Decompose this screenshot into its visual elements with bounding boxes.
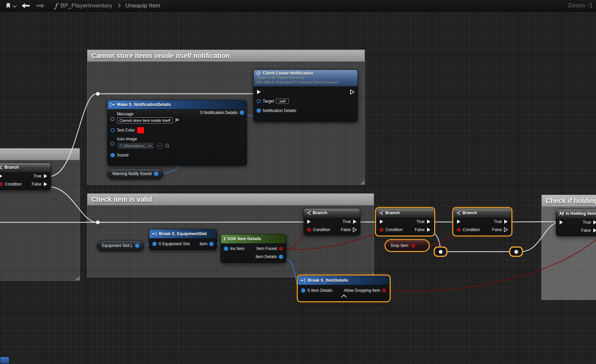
comment-check-valid-title: Check item is valid <box>91 196 152 203</box>
text-color-swatch[interactable] <box>137 127 144 134</box>
exec-in-pin[interactable] <box>0 174 3 178</box>
sgk-item-details-node[interactable]: f SGK Item Details Inv Item Item Found I… <box>221 234 286 263</box>
branch-icon <box>379 211 383 215</box>
notification-details-pin[interactable] <box>257 109 261 113</box>
exec-false-pin[interactable] <box>353 227 357 232</box>
bookmark-icon[interactable] <box>5 1 12 10</box>
output-pin-label: S Notification Details <box>200 110 237 115</box>
item-details-out-pin[interactable] <box>279 255 283 259</box>
inv-item-pin-label: Inv Item <box>230 246 245 251</box>
comment-notification-header[interactable]: Cannot store items inside itself notific… <box>87 50 365 62</box>
true-pin-label: True <box>33 174 41 178</box>
drop-item-getter[interactable]: Drop Item <box>386 240 429 251</box>
icon-image-dropdown[interactable]: T_WarningIcon_ <box>117 142 154 149</box>
exec-false-pin[interactable] <box>44 182 48 187</box>
comment-left-header[interactable] <box>0 148 80 160</box>
reroute-dot <box>514 250 518 254</box>
node-title: Is Holding Item <box>566 211 596 216</box>
branch-node-left[interactable]: Branch True Condition False <box>0 163 51 190</box>
break-item-details-node[interactable]: Break S_ItemDetails S Item Details Allow… <box>298 276 390 301</box>
item-found-pin-label: Item Found <box>256 246 277 251</box>
comment-check-valid-header[interactable]: Check item is valid <box>87 193 374 205</box>
exec-true-pin[interactable] <box>353 219 357 224</box>
message-input[interactable]: Cannot store item inside itself <box>117 117 173 123</box>
make-notification-details-node[interactable]: Make S_NotificationDetails S Notificatio… <box>107 100 247 166</box>
exec-in-pin[interactable] <box>257 89 261 94</box>
false-pin-label: False <box>415 227 425 232</box>
allow-dropping-item-out-pin[interactable] <box>382 288 386 292</box>
message-pin[interactable] <box>110 117 114 121</box>
branch-node-1[interactable]: Branch True Condition False <box>304 208 360 235</box>
s-notification-details-pin[interactable] <box>240 111 244 115</box>
item-out-pin[interactable] <box>209 242 214 246</box>
node-title: Branch <box>385 211 400 215</box>
sound-pin-label: Sound <box>117 153 129 158</box>
node-title: Break S_ItemDetails <box>308 278 348 283</box>
comment-check-holding-header[interactable]: Check if holding item <box>541 195 596 207</box>
exec-false-pin[interactable] <box>504 227 508 232</box>
true-pin-label: True <box>583 220 591 225</box>
item-found-out-pin[interactable] <box>279 247 283 251</box>
condition-pin-label: Condition <box>313 227 330 232</box>
reroute-node[interactable] <box>510 248 522 256</box>
exec-in-pin[interactable] <box>559 220 563 225</box>
equipment-slot-getter[interactable]: Equipment Slot L <box>97 240 144 251</box>
localization-flag-icon[interactable] <box>175 118 179 123</box>
exec-in-pin[interactable] <box>307 219 311 224</box>
condition-pin[interactable] <box>0 182 3 186</box>
forward-arrow-icon[interactable] <box>35 1 47 10</box>
warning-sound-out-pin[interactable] <box>154 172 158 176</box>
browse-search-icon[interactable] <box>165 143 170 148</box>
use-selected-icon[interactable]: ↩ <box>157 143 163 149</box>
sound-pin[interactable] <box>111 153 115 157</box>
exec-in-pin[interactable] <box>379 219 384 224</box>
equipment-slot-out-pin[interactable] <box>135 244 139 248</box>
condition-pin[interactable] <box>307 228 311 232</box>
reroute-node[interactable] <box>435 248 446 256</box>
node-title: Break S_EquipmentSlot <box>159 231 207 236</box>
drop-item-out-pin[interactable] <box>411 244 415 248</box>
exec-out-pin[interactable] <box>350 89 354 94</box>
chevron-down-icon <box>148 144 151 147</box>
node-title: Make S_NotificationDetails <box>117 102 171 107</box>
branch-icon <box>306 211 311 215</box>
target-pin-label: Target <box>263 99 274 104</box>
exec-true-pin[interactable] <box>427 219 431 224</box>
text-color-pin[interactable] <box>111 128 115 132</box>
collapse-chevron-icon[interactable] <box>341 295 346 300</box>
exec-in-pin[interactable] <box>457 219 461 224</box>
branch-icon <box>0 165 2 170</box>
break-struct-icon <box>301 278 306 282</box>
client-create-notification-node[interactable]: Client Create Notification Target is BP … <box>253 69 358 122</box>
s-item-details-pin[interactable] <box>301 288 305 292</box>
inv-item-pin[interactable] <box>224 247 228 251</box>
bookmark-dropdown-icon[interactable] <box>12 3 17 8</box>
node-subtitle-replicated: RELIABLE Replicated To Owning Client (if… <box>256 80 354 85</box>
target-pin[interactable] <box>257 99 261 103</box>
exec-true-pin[interactable] <box>504 219 508 224</box>
breadcrumb-root[interactable]: BP_PlayerInventory <box>60 2 112 9</box>
allow-dropping-item-pin-label: Allow Dropping Item <box>344 288 380 293</box>
s-equipment-slot-pin[interactable] <box>152 242 157 246</box>
exec-true-pin[interactable] <box>44 174 48 178</box>
input-pin-label: S Item Details <box>307 288 333 293</box>
break-equipment-slot-node[interactable]: Break S_EquipmentSlot S Equipment Slot I… <box>149 229 217 250</box>
condition-pin-label: Condition <box>463 227 480 232</box>
function-icon: f <box>223 236 225 242</box>
condition-pin[interactable] <box>379 228 384 232</box>
exec-false-pin[interactable] <box>427 227 431 232</box>
icon-image-pin[interactable] <box>110 142 114 146</box>
back-arrow-icon[interactable] <box>20 1 31 10</box>
warning-notify-sound-getter[interactable]: Warning Notify Sound <box>107 168 163 179</box>
condition-pin[interactable] <box>457 228 461 232</box>
blueprint-graph-canvas[interactable]: ƒ BP_PlayerInventory Unequip Item Zoom -… <box>0 0 596 364</box>
is-holding-item-node[interactable]: M Is Holding Item True False <box>556 209 596 236</box>
branch-node-2[interactable]: Branch True Condition False <box>376 208 434 235</box>
target-self-value[interactable]: self <box>276 99 289 104</box>
branch-node-3[interactable]: Branch True Condition False <box>453 208 511 235</box>
exec-false-pin[interactable] <box>593 228 596 233</box>
exec-true-pin[interactable] <box>593 220 596 225</box>
make-struct-icon <box>110 103 115 107</box>
true-pin-label: True <box>417 219 425 224</box>
rpc-event-icon <box>256 71 261 76</box>
